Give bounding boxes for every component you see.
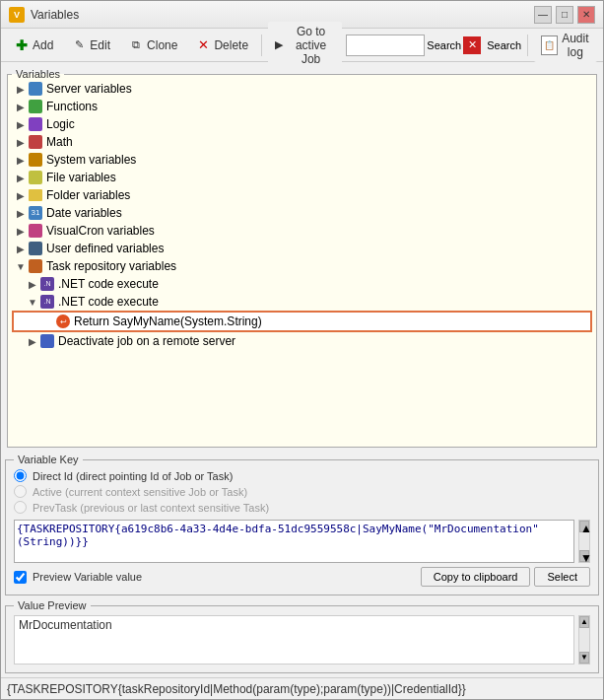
tree-item-file[interactable]: ▶ File variables bbox=[12, 169, 592, 186]
preview-content-area: MrDocumentation bbox=[14, 615, 574, 665]
expand-folder[interactable]: ▶ bbox=[14, 188, 28, 202]
value-scrollbar[interactable]: ▲ ▼ bbox=[578, 520, 590, 563]
variables-legend: Variables bbox=[12, 68, 64, 80]
scrollbar-up[interactable]: ▲ bbox=[579, 521, 589, 532]
add-label: Add bbox=[33, 38, 53, 52]
scrollbar-down[interactable]: ▼ bbox=[579, 550, 589, 562]
audit-label: Audit log bbox=[561, 32, 590, 59]
expand-dotnet1[interactable]: ▶ bbox=[26, 277, 39, 291]
system-label: System variables bbox=[46, 153, 136, 167]
expand-file[interactable]: ▶ bbox=[14, 171, 28, 184]
delete-button[interactable]: ✕ Delete bbox=[188, 35, 255, 56]
maximize-button[interactable]: □ bbox=[556, 6, 573, 24]
date-label: Date variables bbox=[46, 206, 122, 220]
status-bar-text: {TASKREPOSITORY{taskRepositoryId|Method(… bbox=[7, 682, 466, 696]
server-icon bbox=[28, 81, 43, 97]
expand-task-repo[interactable]: ▼ bbox=[14, 259, 28, 273]
radio-active[interactable]: Active (current context sensitive Job or… bbox=[14, 485, 590, 498]
expand-logic[interactable]: ▶ bbox=[14, 117, 28, 131]
expand-server[interactable]: ▶ bbox=[14, 82, 28, 96]
tree-item-date[interactable]: ▶ 31 Date variables bbox=[12, 204, 592, 222]
window-title: Variables bbox=[31, 8, 79, 22]
logic-icon bbox=[28, 116, 43, 132]
radio-active-label: Active (current context sensitive Job or… bbox=[33, 486, 247, 498]
goto-icon: ▶ bbox=[275, 37, 284, 53]
tree-item-task-repo[interactable]: ▼ Task repository variables bbox=[12, 257, 592, 275]
preview-scrollbar-down[interactable]: ▼ bbox=[579, 652, 589, 664]
minimize-button[interactable]: — bbox=[534, 6, 552, 24]
goto-label: Go to active Job bbox=[287, 25, 336, 66]
preview-row: Preview Variable value Copy to clipboard… bbox=[14, 567, 590, 587]
variable-value-input[interactable]: {TASKREPOSITORY{a619c8b6-4a33-4d4e-bdfa-… bbox=[14, 520, 574, 563]
preview-checkbox[interactable] bbox=[14, 571, 27, 584]
expand-dotnet2[interactable]: ▼ bbox=[26, 295, 39, 309]
tree-item-math[interactable]: ▶ Math bbox=[12, 133, 592, 151]
radio-active-input[interactable] bbox=[14, 485, 27, 498]
copy-to-clipboard-button[interactable]: Copy to clipboard bbox=[421, 567, 531, 587]
tree-item-dotnet2[interactable]: ▼ .N .NET code execute bbox=[12, 293, 592, 311]
tree-item-visualcron[interactable]: ▶ VisualCron variables bbox=[12, 222, 592, 240]
tree-item-server[interactable]: ▶ Server variables bbox=[12, 80, 592, 98]
functions-icon bbox=[28, 99, 43, 114]
radio-direct-label: Direct Id (direct pointing Id of Job or … bbox=[33, 470, 233, 482]
expand-system[interactable]: ▶ bbox=[14, 153, 28, 167]
variable-key-legend: Variable Key bbox=[14, 454, 83, 465]
system-icon bbox=[28, 152, 43, 168]
tree-item-user[interactable]: ▶ User defined variables bbox=[12, 240, 592, 257]
clone-icon: ⧉ bbox=[128, 37, 144, 53]
expand-functions[interactable]: ▶ bbox=[14, 100, 28, 113]
preview-scrollbar-up[interactable]: ▲ bbox=[579, 616, 589, 628]
expand-visualcron[interactable]: ▶ bbox=[14, 224, 28, 238]
title-controls: — □ ✕ bbox=[534, 6, 595, 24]
main-content: Variables ▶ Server variables ▶ Functions… bbox=[1, 62, 603, 677]
task-repo-label: Task repository variables bbox=[46, 259, 176, 273]
tree-item-folder[interactable]: ▶ Folder variables bbox=[12, 186, 592, 204]
radio-direct[interactable]: Direct Id (direct pointing Id of Job or … bbox=[14, 469, 590, 482]
delete-icon: ✕ bbox=[195, 37, 211, 53]
select-button[interactable]: Select bbox=[534, 567, 590, 587]
search-clear-button[interactable]: ✕ bbox=[463, 36, 481, 54]
radio-prevtask[interactable]: PrevTask (previous or last context sensi… bbox=[14, 501, 590, 514]
delete-label: Delete bbox=[214, 38, 248, 52]
logic-label: Logic bbox=[46, 117, 75, 131]
button-group: Copy to clipboard Select bbox=[421, 567, 590, 587]
date-icon: 31 bbox=[28, 205, 43, 221]
radio-prevtask-input[interactable] bbox=[14, 501, 27, 514]
tree-item-dotnet1[interactable]: ▶ .N .NET code execute bbox=[12, 275, 592, 293]
close-button[interactable]: ✕ bbox=[577, 6, 595, 24]
toolbar: ✚ Add ✎ Edit ⧉ Clone ✕ Delete ▶ Go to ac… bbox=[1, 29, 603, 62]
clone-button[interactable]: ⧉ Clone bbox=[121, 35, 184, 56]
expand-user[interactable]: ▶ bbox=[14, 242, 28, 255]
visualcron-label: VisualCron variables bbox=[46, 224, 155, 238]
expand-date[interactable]: ▶ bbox=[14, 206, 28, 220]
tree-item-system[interactable]: ▶ System variables bbox=[12, 151, 592, 169]
preview-content-row: MrDocumentation ▲ ▼ bbox=[14, 615, 590, 665]
tree-item-logic[interactable]: ▶ Logic bbox=[12, 115, 592, 133]
edit-button[interactable]: ✎ Edit bbox=[64, 35, 117, 56]
radio-group: Direct Id (direct pointing Id of Job or … bbox=[14, 469, 590, 514]
scrollbar-track bbox=[579, 532, 589, 550]
window-icon: V bbox=[9, 7, 25, 23]
tree-item-return[interactable]: ↩ Return SayMyName(System.String) bbox=[12, 311, 592, 332]
tree-container[interactable]: ▶ Server variables ▶ Functions ▶ Logic bbox=[12, 80, 592, 443]
server-label: Server variables bbox=[46, 82, 132, 96]
return-icon: ↩ bbox=[55, 314, 71, 329]
expand-math[interactable]: ▶ bbox=[14, 135, 28, 149]
file-icon bbox=[28, 170, 43, 185]
preview-scrollbar[interactable]: ▲ ▼ bbox=[578, 615, 590, 665]
radio-direct-input[interactable] bbox=[14, 469, 27, 482]
tree-item-deactivate[interactable]: ▶ Deactivate job on a remote server bbox=[12, 332, 592, 350]
audit-log-button[interactable]: 📋 Audit log bbox=[534, 29, 597, 62]
deactivate-icon bbox=[39, 333, 55, 349]
preview-content-text: MrDocumentation bbox=[17, 616, 114, 634]
search-label: Search bbox=[427, 39, 461, 51]
expand-deactivate[interactable]: ▶ bbox=[26, 334, 39, 348]
dotnet1-label: .NET code execute bbox=[58, 277, 159, 291]
return-label: Return SayMyName(System.String) bbox=[74, 315, 262, 328]
tree-item-functions[interactable]: ▶ Functions bbox=[12, 98, 592, 115]
add-button[interactable]: ✚ Add bbox=[7, 35, 60, 56]
separator-2 bbox=[527, 35, 528, 56]
dotnet1-icon: .N bbox=[39, 276, 55, 292]
math-label: Math bbox=[46, 135, 73, 149]
search-input[interactable] bbox=[346, 35, 425, 56]
